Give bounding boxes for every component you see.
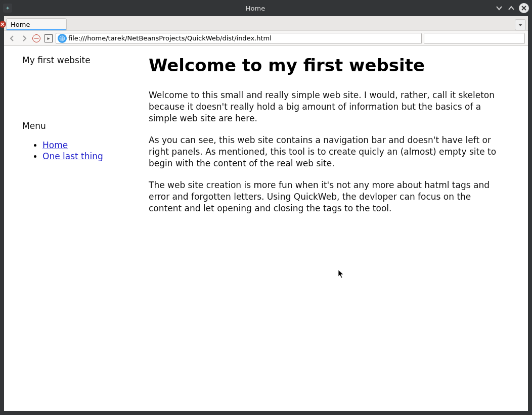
- window-frame: ✦ Home Home: [0, 0, 532, 415]
- triangle-down-icon: [518, 22, 523, 27]
- forward-button[interactable]: [19, 33, 29, 43]
- chevron-left-icon: [9, 35, 15, 41]
- menu-link-home[interactable]: Home: [42, 140, 68, 150]
- window-title: Home: [16, 5, 495, 12]
- tab-label: Home: [11, 21, 30, 28]
- search-input[interactable]: [424, 33, 524, 43]
- maximize-button[interactable]: [507, 4, 516, 13]
- close-icon: [521, 5, 527, 11]
- site-title: My first website: [22, 55, 128, 65]
- paragraph: Welcome to this small and really simple …: [149, 89, 503, 124]
- page-heading: Welcome to my first website: [149, 55, 503, 75]
- stop-button[interactable]: —: [31, 33, 41, 43]
- menu-list: Home One last thing: [22, 140, 128, 161]
- chevron-right-icon: [21, 35, 27, 41]
- play-icon: ▸: [45, 34, 53, 42]
- search-bar[interactable]: [424, 33, 525, 44]
- minimize-button[interactable]: [495, 4, 504, 13]
- url-bar[interactable]: [56, 33, 422, 44]
- chevron-down-icon: [496, 5, 503, 12]
- globe-icon: [58, 34, 67, 43]
- browser-chrome: Home — ▸: [4, 16, 528, 46]
- app-icon: ✦: [3, 4, 12, 13]
- close-button[interactable]: [519, 3, 529, 13]
- stop-icon: —: [32, 34, 40, 42]
- paragraph: As you can see, this web site contains a…: [149, 134, 503, 169]
- sidebar: My first website Menu Home One last thin…: [22, 55, 128, 406]
- list-item: One last thing: [42, 151, 128, 161]
- tab-home[interactable]: Home: [6, 18, 67, 30]
- tab-bar: Home: [4, 16, 528, 30]
- list-item: Home: [42, 140, 128, 150]
- url-input[interactable]: [68, 33, 421, 43]
- main-content: Welcome to my first website Welcome to t…: [149, 55, 503, 406]
- paragraph: The web site creation is more fun when i…: [149, 179, 503, 214]
- tab-options-button[interactable]: [515, 19, 526, 30]
- back-button[interactable]: [7, 33, 17, 43]
- menu-link-one-last-thing[interactable]: One last thing: [42, 151, 103, 161]
- menu-heading: Menu: [22, 121, 128, 131]
- close-icon: [1, 22, 5, 26]
- globe-icon-svg: [59, 35, 65, 41]
- page-viewport: My first website Menu Home One last thin…: [4, 46, 528, 411]
- chevron-up-icon: [508, 5, 515, 12]
- nav-toolbar: — ▸: [4, 30, 528, 45]
- titlebar[interactable]: ✦ Home: [0, 0, 532, 16]
- tab-close-button[interactable]: [0, 21, 6, 28]
- go-button[interactable]: ▸: [43, 33, 54, 43]
